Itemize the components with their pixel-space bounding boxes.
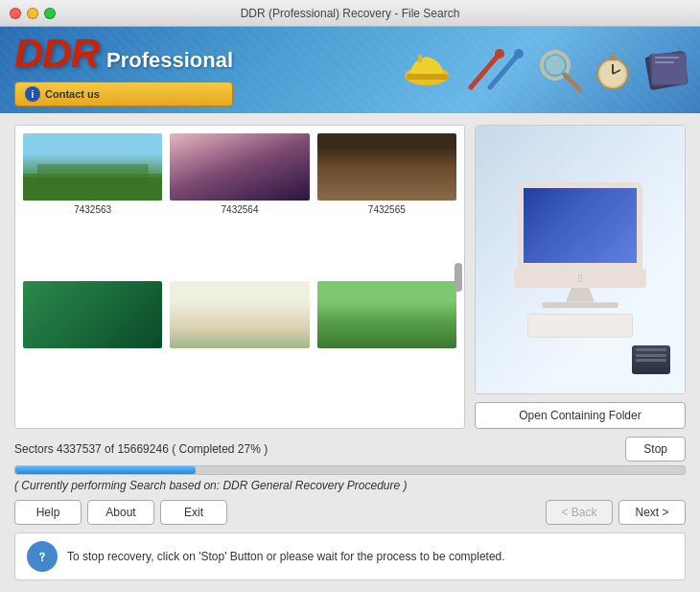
thumbnail-item[interactable]: 7432563: [23, 133, 162, 273]
window-title: DDR (Professional) Recovery - File Searc…: [241, 7, 460, 20]
open-containing-folder-button[interactable]: Open Containing Folder: [475, 402, 686, 429]
bottom-buttons: Help About Exit < Back Next >: [14, 500, 686, 525]
preview-image-box: : [475, 125, 686, 394]
preview-panel:  Open Containing Folder: [475, 125, 686, 429]
svg-point-6: [514, 49, 524, 59]
maximize-button[interactable]: [44, 8, 56, 19]
thumbnail-image: [317, 133, 456, 201]
svg-rect-15: [611, 53, 615, 59]
thumbnail-image: [170, 281, 309, 348]
info-box: To stop recovery, click on 'Stop' Button…: [14, 533, 686, 580]
svg-line-9: [565, 75, 580, 90]
thumbnail-label: 7432563: [74, 204, 111, 215]
thumbnail-item[interactable]: [317, 281, 456, 421]
back-button[interactable]: < Back: [546, 500, 613, 525]
scroll-indicator[interactable]: [455, 263, 462, 292]
svg-point-8: [546, 56, 565, 75]
contact-icon: i: [25, 86, 40, 102]
hardhat-icon: [401, 47, 454, 93]
next-button[interactable]: Next >: [618, 500, 686, 525]
header-banner: DDR Professional i Contact us: [0, 27, 700, 113]
progress-section: Sectors 4337537 of 15669246 ( Completed …: [14, 437, 686, 492]
info-message: To stop recovery, click on 'Stop' Button…: [67, 550, 505, 563]
info-icon: [27, 541, 58, 572]
exit-button[interactable]: Exit: [160, 500, 227, 525]
thumbnail-image: [170, 133, 309, 201]
title-bar: DDR (Professional) Recovery - File Searc…: [0, 0, 700, 27]
thumbnail-image: [23, 133, 162, 201]
minimize-button[interactable]: [27, 8, 38, 19]
svg-rect-20: [655, 61, 674, 63]
progress-info: Sectors 4337537 of 15669246 ( Completed …: [14, 437, 686, 462]
thumbnail-label: 7432564: [222, 204, 259, 215]
logo-area: DDR Professional i Contact us: [14, 34, 233, 107]
svg-rect-19: [655, 57, 679, 59]
thumbnail-image: [23, 281, 162, 348]
book-icon: [642, 49, 690, 92]
stopwatch-icon: [592, 47, 635, 93]
svg-point-4: [495, 49, 504, 59]
hard-drive-icon: [632, 345, 670, 374]
top-section: 7432563 7432564 7432565: [14, 125, 686, 429]
thumbnail-item[interactable]: [170, 281, 309, 421]
help-button[interactable]: Help: [14, 500, 82, 525]
svg-rect-2: [418, 55, 422, 62]
thumbnails-panel[interactable]: 7432563 7432564 7432565: [14, 125, 465, 429]
thumbnail-item[interactable]: 7432564: [170, 133, 309, 273]
status-text: ( Currently performing Search based on: …: [14, 479, 686, 492]
about-button[interactable]: About: [87, 500, 154, 525]
header-icons: [401, 46, 690, 94]
thumbnail-label: 7432565: [368, 204, 406, 215]
logo-ddr: DDR: [14, 34, 99, 74]
window-controls: [10, 8, 56, 19]
thumbnail-item[interactable]: 7432565: [317, 133, 456, 273]
tools-icon: [461, 49, 528, 92]
imac-screen: [518, 182, 642, 269]
thumbnail-item[interactable]: [23, 281, 162, 421]
logo-professional: Professional: [106, 48, 233, 73]
progress-label: Sectors 4337537 of 15669246 ( Completed …: [14, 442, 268, 456]
svg-point-22: [41, 559, 43, 561]
contact-button[interactable]: i Contact us: [14, 82, 233, 107]
progress-bar-container: [14, 465, 686, 475]
imac-preview: : [476, 126, 685, 393]
main-content: 7432563 7432564 7432565: [0, 113, 700, 592]
thumbnail-image: [317, 281, 456, 348]
close-button[interactable]: [10, 8, 21, 19]
magnifier-icon: [536, 46, 584, 94]
progress-bar-fill: [15, 466, 196, 474]
svg-rect-1: [407, 74, 448, 80]
stop-button[interactable]: Stop: [625, 437, 686, 462]
